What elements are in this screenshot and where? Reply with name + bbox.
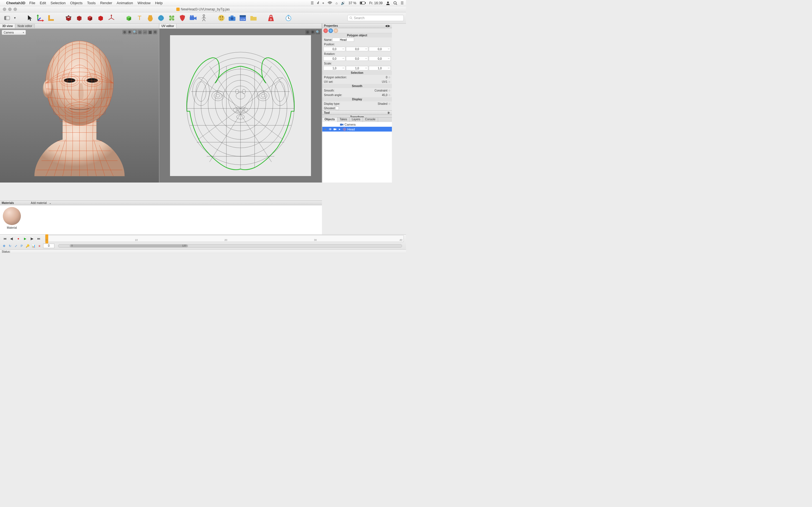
zoom-icon[interactable]: 🔍 [315, 30, 320, 34]
menu-edit[interactable]: Edit [40, 1, 46, 5]
prop-tab-material-icon[interactable] [334, 29, 338, 33]
orbit-icon[interactable]: ⊕ [122, 30, 127, 34]
shield-icon[interactable] [177, 14, 187, 22]
ruler-tool-icon[interactable] [46, 14, 56, 22]
cube-solid-icon[interactable] [96, 14, 105, 22]
rot-x-input[interactable]: 0,0 [323, 56, 345, 61]
timeline-ruler[interactable]: 0 10 20 30 40 [45, 235, 404, 242]
menu-animation[interactable]: Animation [117, 1, 133, 5]
viewport-3d-canvas[interactable]: Camera ⊕ ✥ 🔍 ◎ ▱ ▦ ⚙ [0, 29, 159, 182]
ghosted-checkbox[interactable] [336, 107, 339, 110]
frame-icon[interactable]: ◎ [138, 30, 142, 34]
nav-back-icon[interactable]: ◀ [385, 24, 388, 27]
graph-icon[interactable]: 📊 [31, 244, 36, 248]
tab-node-editor[interactable]: Node editor [15, 24, 35, 28]
scale-key-icon[interactable]: ⤢ [13, 244, 18, 248]
name-input[interactable] [332, 38, 354, 42]
poly-sel-value[interactable]: 0 [386, 76, 388, 79]
clock-text[interactable]: Fr. 16:39 [369, 1, 383, 5]
scale-x-input[interactable]: 1,0 [323, 66, 345, 70]
app-name[interactable]: Cheetah3D [6, 1, 26, 5]
smooth-angle-input[interactable]: 45,0 [382, 94, 388, 97]
prop-tab-modifier-icon[interactable] [328, 29, 333, 33]
pos-z-input[interactable]: 0,0 [369, 47, 391, 51]
select-tool-icon[interactable] [25, 14, 35, 22]
material-item[interactable]: Material [2, 207, 22, 233]
prop-tab-star-icon[interactable] [323, 29, 328, 33]
tool-expand-icon[interactable]: ⊪ [388, 111, 390, 114]
clapperboard-icon[interactable]: 12:34 [238, 14, 248, 22]
tab-3d-view[interactable]: 3D view [0, 24, 15, 28]
menu-render[interactable]: Render [100, 1, 112, 5]
current-frame-input[interactable]: 0 [43, 244, 54, 248]
rot-y-input[interactable]: 0,0 [346, 56, 368, 61]
smooth-dropdown[interactable]: Constraint [374, 89, 388, 92]
visibility-icon[interactable]: 👁 [328, 127, 332, 131]
object-row-head[interactable]: ● 👁 ▸ Head [322, 127, 392, 131]
move-key-icon[interactable]: ✥ [2, 244, 6, 248]
vase-icon[interactable] [146, 14, 155, 22]
text-tool-icon[interactable]: T [135, 14, 144, 22]
scale-y-input[interactable]: 1,0 [346, 66, 368, 70]
pan-icon[interactable]: ✥ [310, 30, 315, 34]
menu-tools[interactable]: Tools [87, 1, 96, 5]
menu-file[interactable]: File [29, 1, 35, 5]
primitive-cube-icon[interactable] [124, 14, 134, 22]
search-input[interactable]: Search [347, 15, 404, 21]
display-type-dropdown[interactable]: Shaded [378, 102, 388, 105]
scale-z-input[interactable]: 1,0 [369, 66, 391, 70]
object-row-camera[interactable]: Camera [322, 122, 392, 127]
minimize-button[interactable] [8, 8, 11, 11]
param-key-icon[interactable]: P [19, 244, 24, 248]
iso-icon[interactable]: ▱ [143, 30, 147, 34]
go-start-icon[interactable]: ⏮ [2, 236, 7, 241]
zoom-button[interactable] [13, 8, 17, 11]
close-button[interactable] [3, 8, 6, 11]
menu-help[interactable]: Help [155, 1, 163, 5]
weight-icon[interactable]: D [266, 14, 276, 22]
viewport-uv-canvas[interactable]: ⊕ ✥ 🔍 [159, 29, 322, 182]
play-icon[interactable]: ▶ [22, 236, 28, 241]
go-end-icon[interactable]: ⏭ [36, 236, 41, 241]
battery-icon[interactable] [360, 1, 366, 4]
transform-tool-icon[interactable] [36, 14, 45, 22]
sidebar-toggle-button[interactable] [2, 14, 12, 22]
tab-console[interactable]: Console [363, 117, 378, 122]
layer-dot-icon[interactable]: ● [323, 127, 327, 131]
armature-icon[interactable] [199, 14, 209, 22]
folder-icon[interactable] [249, 14, 258, 22]
pos-x-input[interactable]: 0,0 [323, 47, 345, 51]
user-icon[interactable] [386, 1, 390, 5]
tab-takes[interactable]: Takes [338, 117, 350, 122]
zoom-icon[interactable]: 🔍 [133, 30, 137, 34]
airplay-icon[interactable]: ⌂ [336, 1, 338, 5]
pan-icon[interactable]: ✥ [128, 30, 132, 34]
dropdown-icon[interactable]: ▾ [13, 14, 17, 22]
notifications-icon[interactable]: ☰ [401, 1, 404, 5]
tab-objects[interactable]: Objects [322, 117, 338, 122]
axes-icon[interactable] [107, 14, 116, 22]
orbit-icon[interactable]: ⊕ [305, 30, 310, 34]
photo-camera-icon[interactable] [227, 14, 237, 22]
add-material-dropdown[interactable]: Add material ⌄ [31, 202, 51, 205]
camera-icon[interactable] [188, 14, 198, 22]
disclosure-icon[interactable]: ▸ [338, 127, 342, 131]
cube-icon[interactable] [74, 14, 84, 22]
rot-z-input[interactable]: 0,0 [369, 56, 391, 61]
menuextra-icon[interactable]: ☰ [311, 1, 314, 5]
cube-shaded-icon[interactable] [85, 14, 95, 22]
gear-icon[interactable]: ⚙ [153, 30, 157, 34]
pos-y-input[interactable]: 0,0 [346, 47, 368, 51]
rotate-key-icon[interactable]: ↻ [8, 244, 12, 248]
key-icon[interactable]: 🔑 [26, 244, 30, 248]
menuextra-icon[interactable]: d [317, 1, 319, 5]
tab-uv-editor[interactable]: UV editor [159, 24, 176, 28]
menu-window[interactable]: Window [138, 1, 151, 5]
timeline-scrollbar[interactable]: 0120 [58, 244, 402, 247]
wifi-icon[interactable] [327, 1, 332, 5]
star-icon[interactable]: ★ [37, 244, 42, 248]
grid-icon[interactable]: ▦ [148, 30, 152, 34]
cheetah-icon[interactable] [216, 14, 226, 22]
menu-objects[interactable]: Objects [70, 1, 83, 5]
bluetooth-icon[interactable]: ⌖ [322, 1, 324, 5]
